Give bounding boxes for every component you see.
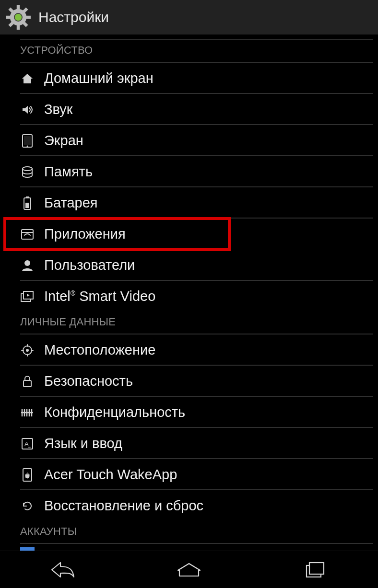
section-header: ЛИЧНЫЕ ДАННЫЕ	[0, 312, 378, 332]
svg-rect-4	[25, 16, 31, 19]
apps-icon	[20, 227, 35, 242]
settings-item-users[interactable]: Пользователи	[0, 250, 378, 281]
back-button[interactable]	[32, 558, 94, 582]
svg-point-15	[23, 167, 32, 171]
svg-rect-1	[17, 5, 20, 10]
settings-item-label: Приложения	[44, 226, 126, 242]
settings-item-label: Язык и ввод	[44, 436, 122, 451]
display-icon	[20, 134, 35, 148]
settings-item-apps[interactable]: Приложения	[5, 219, 229, 250]
svg-rect-11	[24, 79, 31, 83]
privacy-icon	[20, 405, 35, 420]
settings-item-label: Acer Touch WakeApp	[44, 467, 177, 483]
settings-item-language-input[interactable]: A•••Язык и ввод	[0, 428, 378, 459]
settings-item-battery[interactable]: Батарея	[0, 187, 378, 219]
svg-text:•••: •••	[28, 446, 31, 449]
touch-icon	[20, 468, 35, 482]
partial-row-above	[20, 35, 373, 40]
settings-item-label: Конфиденциальность	[44, 404, 185, 420]
settings-item-google-account[interactable]: gGoogle	[0, 544, 378, 551]
page-title: Настройки	[38, 9, 109, 25]
section-header: УСТРОЙСТВО	[0, 40, 378, 60]
settings-item-display[interactable]: Экран	[0, 125, 378, 156]
svg-rect-25	[24, 380, 31, 387]
section-header: АККАУНТЫ	[0, 521, 378, 542]
settings-item-label: Звук	[44, 102, 72, 117]
settings-item-security[interactable]: Безопасность	[0, 366, 378, 397]
settings-item-home-screen[interactable]: Домашний экран	[0, 63, 378, 94]
svg-point-24	[26, 349, 29, 352]
settings-item-label: Экран	[44, 133, 83, 149]
title-bar: Настройки	[0, 0, 378, 35]
settings-item-label: Память	[44, 164, 93, 180]
settings-item-label: Батарея	[44, 195, 98, 211]
settings-item-label: Домашний экран	[44, 70, 154, 86]
svg-rect-17	[26, 196, 29, 198]
reset-icon	[20, 499, 35, 513]
settings-item-storage[interactable]: Память	[0, 156, 378, 187]
settings-item-label: Пользователи	[44, 257, 135, 273]
settings-item-label: Intel® Smart Video	[44, 288, 155, 304]
storage-icon	[20, 165, 35, 179]
video-icon	[20, 289, 35, 304]
google-icon: g	[20, 547, 35, 551]
settings-item-label: Местоположение	[44, 342, 155, 358]
settings-list[interactable]: УСТРОЙСТВОДомашний экранЗвукЭкранПамятьБ…	[0, 35, 378, 551]
users-icon	[20, 258, 35, 273]
settings-item-sound[interactable]: Звук	[0, 94, 378, 125]
settings-item-location[interactable]: Местоположение	[0, 334, 378, 366]
location-icon	[20, 343, 35, 357]
settings-item-label: Восстановление и сброс	[44, 498, 203, 514]
battery-icon	[20, 196, 35, 210]
svg-rect-2	[17, 24, 20, 30]
svg-point-20	[24, 260, 30, 266]
home-button[interactable]	[158, 558, 220, 582]
settings-gear-icon	[5, 4, 32, 31]
settings-item-privacy[interactable]: Конфиденциальность	[0, 397, 378, 428]
home-icon	[20, 71, 35, 86]
svg-point-14	[27, 145, 28, 147]
language-icon: A•••	[20, 437, 35, 451]
settings-item-backup-reset[interactable]: Восстановление и сброс	[0, 490, 378, 521]
recent-apps-button[interactable]	[284, 558, 346, 582]
security-icon	[20, 374, 35, 389]
settings-item-intel-smart-video[interactable]: Intel® Smart Video	[0, 281, 378, 312]
svg-rect-13	[24, 136, 31, 145]
svg-rect-18	[25, 203, 29, 208]
svg-rect-3	[6, 16, 11, 19]
navigation-bar	[0, 551, 378, 588]
settings-item-acer-touch-wakeapp[interactable]: Acer Touch WakeApp	[0, 459, 378, 490]
sound-icon	[20, 103, 35, 117]
svg-rect-31	[309, 563, 324, 574]
settings-item-label: Безопасность	[44, 373, 133, 389]
